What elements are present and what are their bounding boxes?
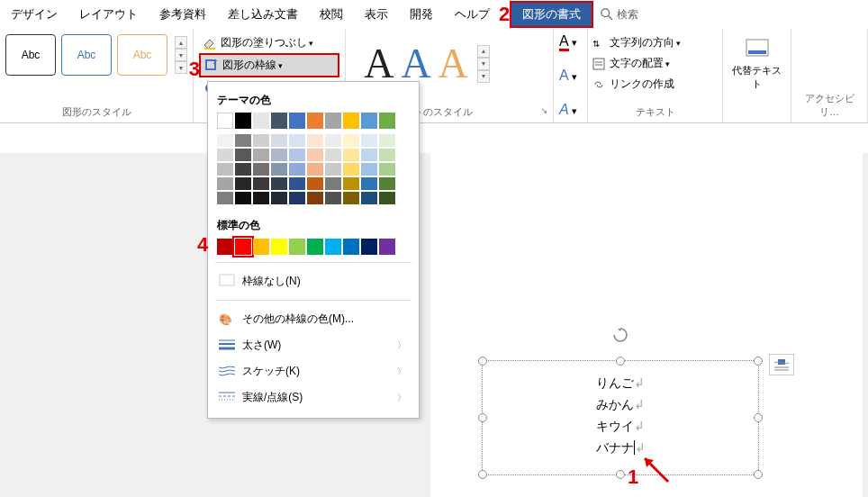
tint[interactable] bbox=[343, 192, 359, 204]
tint[interactable] bbox=[217, 149, 233, 161]
tint[interactable] bbox=[271, 163, 287, 176]
theme-color-darkblue[interactable] bbox=[271, 113, 287, 129]
resize-handle[interactable] bbox=[478, 413, 487, 422]
std-yellow[interactable] bbox=[271, 239, 287, 255]
theme-color-gray1[interactable] bbox=[253, 113, 269, 129]
tint[interactable] bbox=[343, 134, 359, 147]
tint[interactable] bbox=[379, 192, 395, 204]
shape-style-3[interactable]: Abc bbox=[117, 34, 167, 76]
menu-help[interactable]: ヘルプ bbox=[444, 3, 501, 26]
menu-design[interactable]: デザイン bbox=[0, 3, 68, 26]
shape-text-content[interactable]: りんご↲ みかん↲ キウイ↲ バナナ↲ bbox=[483, 361, 758, 458]
text-outline-button[interactable]: A ▾ bbox=[559, 67, 582, 85]
tint[interactable] bbox=[217, 192, 233, 204]
tint[interactable] bbox=[361, 134, 377, 147]
std-darkred[interactable] bbox=[217, 239, 233, 255]
std-blue[interactable] bbox=[343, 239, 359, 255]
wordart-gallery[interactable]: A A A ▴▾▾ bbox=[364, 32, 547, 87]
tint[interactable] bbox=[289, 163, 305, 176]
more-colors-item[interactable]: 🎨 その他の枠線の色(M)... bbox=[215, 306, 411, 332]
tint[interactable] bbox=[307, 177, 323, 190]
resize-handle[interactable] bbox=[616, 470, 625, 479]
tint[interactable] bbox=[307, 192, 323, 204]
shape-style-gallery[interactable]: Abc Abc Abc ▴▾▾ 3 bbox=[5, 32, 187, 76]
text-align-button[interactable]: 文字の配置▾ bbox=[592, 53, 719, 74]
theme-color-gray2[interactable] bbox=[325, 113, 341, 129]
std-orange[interactable] bbox=[253, 239, 269, 255]
tint[interactable] bbox=[289, 134, 305, 147]
no-outline-item[interactable]: 枠線なし(N) bbox=[215, 268, 411, 294]
menu-mailings[interactable]: 差し込み文書 bbox=[217, 3, 309, 26]
tint[interactable] bbox=[235, 163, 251, 176]
tint[interactable] bbox=[253, 149, 269, 161]
theme-color-black[interactable] bbox=[235, 113, 251, 129]
tint[interactable] bbox=[217, 177, 233, 190]
tint[interactable] bbox=[343, 163, 359, 176]
tint[interactable] bbox=[235, 192, 251, 204]
theme-color-lightblue[interactable] bbox=[361, 113, 377, 129]
tint[interactable] bbox=[325, 177, 341, 190]
theme-color-blue[interactable] bbox=[289, 113, 305, 129]
tint[interactable] bbox=[235, 177, 251, 190]
resize-handle[interactable] bbox=[478, 357, 487, 366]
resize-handle[interactable] bbox=[478, 470, 487, 479]
text-fill-button[interactable]: A ▾ bbox=[559, 32, 582, 50]
tint[interactable] bbox=[235, 149, 251, 161]
search-box[interactable]: 検索 bbox=[601, 7, 638, 23]
std-lightblue[interactable] bbox=[325, 239, 341, 255]
dashes-item[interactable]: 実線/点線(S)〉 bbox=[215, 384, 411, 411]
document-page[interactable]: りんご↲ みかん↲ キウイ↲ バナナ↲ bbox=[430, 153, 863, 497]
tint[interactable] bbox=[307, 149, 323, 161]
std-darkblue[interactable] bbox=[361, 239, 377, 255]
theme-color-orange[interactable] bbox=[307, 113, 323, 129]
tint[interactable] bbox=[343, 149, 359, 161]
tint[interactable] bbox=[271, 192, 287, 204]
resize-handle[interactable] bbox=[754, 470, 763, 479]
menu-review[interactable]: 校閲 bbox=[309, 3, 354, 26]
wordart-style-3[interactable]: A bbox=[439, 40, 468, 87]
theme-color-white[interactable] bbox=[217, 113, 233, 129]
text-direction-button[interactable]: ⇅ 文字列の方向▾ bbox=[592, 32, 719, 53]
tint[interactable] bbox=[307, 163, 323, 176]
tint[interactable] bbox=[379, 163, 395, 176]
tint[interactable] bbox=[343, 177, 359, 190]
resize-handle[interactable] bbox=[616, 357, 625, 366]
std-red[interactable] bbox=[235, 239, 251, 255]
menu-shape-format[interactable]: 図形の書式 bbox=[510, 1, 593, 28]
sketch-item[interactable]: スケッチ(K)〉 bbox=[215, 358, 411, 384]
shape-outline-button[interactable]: 図形の枠線▾ bbox=[199, 53, 339, 77]
weight-item[interactable]: 太さ(W)〉 bbox=[215, 332, 411, 358]
dialog-launcher-icon[interactable]: ↘ bbox=[540, 105, 547, 119]
shape-fill-button[interactable]: 図形の塗りつぶし▾ bbox=[199, 32, 339, 53]
tint[interactable] bbox=[379, 134, 395, 147]
tint[interactable] bbox=[379, 177, 395, 190]
create-link-button[interactable]: リンクの作成 bbox=[592, 74, 719, 95]
tint[interactable] bbox=[271, 177, 287, 190]
tint[interactable] bbox=[325, 192, 341, 204]
theme-color-gold[interactable] bbox=[343, 113, 359, 129]
text-effects-button[interactable]: A ▾ bbox=[559, 101, 582, 119]
tint[interactable] bbox=[253, 134, 269, 147]
tint[interactable] bbox=[361, 149, 377, 161]
tint[interactable] bbox=[325, 134, 341, 147]
layout-options-button[interactable] bbox=[769, 354, 794, 375]
alt-text-button[interactable]: 代替テキスト bbox=[728, 36, 785, 91]
tint[interactable] bbox=[235, 134, 251, 147]
tint[interactable] bbox=[379, 149, 395, 161]
tint[interactable] bbox=[253, 192, 269, 204]
std-purple[interactable] bbox=[379, 239, 395, 255]
menu-layout[interactable]: レイアウト bbox=[68, 3, 149, 26]
rotate-handle[interactable] bbox=[612, 327, 628, 343]
shape-style-2[interactable]: Abc bbox=[61, 34, 112, 76]
tint[interactable] bbox=[217, 163, 233, 176]
tint[interactable] bbox=[361, 177, 377, 190]
tint[interactable] bbox=[253, 163, 269, 176]
std-lightgreen[interactable] bbox=[289, 239, 305, 255]
tint[interactable] bbox=[289, 177, 305, 190]
tint[interactable] bbox=[271, 134, 287, 147]
menu-view[interactable]: 表示 bbox=[354, 3, 399, 26]
tint[interactable] bbox=[253, 177, 269, 190]
tint[interactable] bbox=[325, 149, 341, 161]
wordart-spinner[interactable]: ▴▾▾ bbox=[477, 45, 490, 83]
tint[interactable] bbox=[217, 134, 233, 147]
